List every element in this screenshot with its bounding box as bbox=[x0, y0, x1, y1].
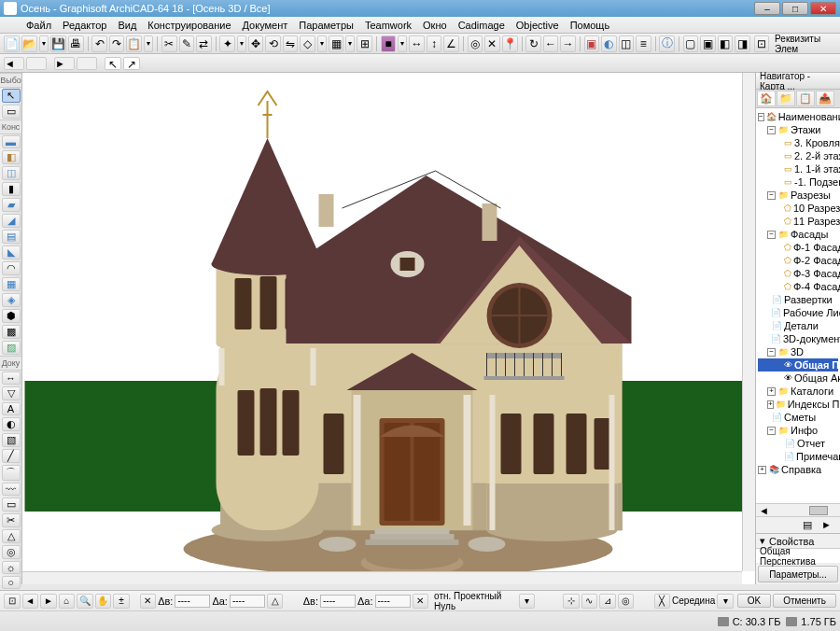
target-button[interactable]: ◎ bbox=[468, 35, 483, 52]
grid-dropdown[interactable]: ▾ bbox=[345, 35, 355, 52]
cancel-button[interactable]: Отменить bbox=[773, 594, 836, 608]
wand-dropdown[interactable]: ▾ bbox=[237, 35, 246, 52]
pin-button[interactable]: 📍 bbox=[502, 35, 518, 52]
menu-design[interactable]: Конструирование bbox=[142, 20, 236, 31]
sb-pan[interactable]: ✋ bbox=[95, 594, 112, 609]
save-button[interactable]: 💾 bbox=[50, 35, 66, 52]
tab-layouts[interactable]: 📋 bbox=[796, 91, 815, 106]
view3d-button[interactable]: ◐ bbox=[601, 35, 616, 52]
info-button[interactable]: ⓘ bbox=[659, 35, 674, 52]
sb-zoom-prev[interactable]: ◄ bbox=[22, 594, 39, 609]
sb-snap1[interactable]: ⊹ bbox=[563, 594, 580, 609]
navigator-tree[interactable]: −🏠Наименование проект −📁Этажи ▭3. Кровля… bbox=[756, 108, 840, 503]
cross-button[interactable]: ✕ bbox=[484, 35, 499, 52]
color-dropdown[interactable]: ▾ bbox=[398, 35, 407, 52]
nav-btn-2[interactable]: ► bbox=[821, 519, 838, 532]
panel3-button[interactable]: ◧ bbox=[718, 35, 733, 52]
column-tool[interactable]: ▮ bbox=[2, 182, 21, 196]
new-button[interactable]: 📄 bbox=[4, 35, 20, 52]
change-tool[interactable]: ○ bbox=[2, 576, 21, 589]
panel2-button[interactable]: ▣ bbox=[700, 35, 715, 52]
grid-button[interactable]: ▦ bbox=[329, 35, 343, 52]
nav-btn-1[interactable]: ▤ bbox=[803, 519, 819, 532]
coord-dv2[interactable] bbox=[320, 595, 356, 608]
mirror-button[interactable]: ⇋ bbox=[283, 35, 298, 52]
arrow-tool[interactable]: ↖ bbox=[2, 89, 21, 103]
menu-file[interactable]: Файл bbox=[21, 20, 57, 31]
sb-lock[interactable]: △ bbox=[267, 594, 284, 609]
ok-button[interactable]: OK bbox=[737, 594, 771, 608]
tab-views[interactable]: 📁 bbox=[777, 91, 795, 106]
menu-edit[interactable]: Редактор bbox=[57, 20, 112, 31]
menu-help[interactable]: Помощь bbox=[565, 20, 616, 31]
info-slot1[interactable] bbox=[26, 57, 47, 70]
viewport-3d[interactable] bbox=[22, 73, 756, 584]
dim2-button[interactable]: ↕ bbox=[427, 35, 441, 52]
info-slot2[interactable] bbox=[77, 57, 97, 70]
coord-dv[interactable] bbox=[175, 595, 210, 608]
sb-zoom-fit[interactable]: ⊡ bbox=[4, 594, 21, 609]
dimension-tool[interactable]: ↔ bbox=[2, 372, 21, 385]
paste-dropdown[interactable]: ▾ bbox=[144, 35, 153, 52]
slab-tool[interactable]: ◢ bbox=[2, 214, 21, 228]
panel1-button[interactable]: ▢ bbox=[683, 35, 698, 52]
redo-button[interactable]: ↷ bbox=[109, 35, 124, 52]
rotate-button[interactable]: ⟲ bbox=[265, 35, 280, 52]
beam-tool[interactable]: ▰ bbox=[2, 198, 21, 212]
menu-window[interactable]: Окно bbox=[417, 20, 453, 31]
align-button[interactable]: ⊞ bbox=[357, 35, 371, 52]
fill-tool[interactable]: ▧ bbox=[2, 433, 21, 447]
params-button[interactable]: Параметры... bbox=[758, 566, 838, 582]
scrollbar-vertical[interactable] bbox=[742, 73, 755, 571]
tab-project[interactable]: 🏠 bbox=[757, 91, 776, 106]
wall-tool[interactable]: ▬ bbox=[2, 135, 21, 148]
info-pointer-icon[interactable]: ↗ bbox=[123, 57, 140, 70]
color-button[interactable]: ■ bbox=[381, 35, 396, 52]
snap-dropdown[interactable]: ▾ bbox=[317, 35, 327, 52]
angle-button[interactable]: ∠ bbox=[443, 35, 458, 52]
dim-button[interactable]: ↔ bbox=[409, 35, 424, 52]
info-arrow-icon[interactable]: ↖ bbox=[105, 57, 121, 70]
sb-snap3[interactable]: ⊿ bbox=[599, 594, 616, 609]
info-prev[interactable]: ◄ bbox=[4, 57, 24, 70]
window-tool[interactable]: ◫ bbox=[2, 166, 21, 180]
tree-scroll[interactable]: ◄ bbox=[756, 503, 840, 516]
panel4-button[interactable]: ◨ bbox=[735, 35, 749, 52]
marquee-tool[interactable]: ▭ bbox=[2, 105, 21, 119]
mesh-tool[interactable]: ▨ bbox=[2, 341, 21, 355]
sb-dd[interactable]: ▾ bbox=[519, 594, 536, 609]
undo-button[interactable]: ↶ bbox=[91, 35, 106, 52]
stair-tool[interactable]: ▤ bbox=[2, 230, 21, 244]
menu-teamwork[interactable]: Teamwork bbox=[359, 20, 417, 31]
zone-tool[interactable]: ▩ bbox=[2, 325, 21, 339]
minimize-button[interactable]: – bbox=[754, 2, 780, 15]
menu-cadimage[interactable]: Cadimage bbox=[453, 20, 511, 31]
print-button[interactable]: 🖶 bbox=[68, 35, 83, 52]
level-tool[interactable]: ▽ bbox=[2, 386, 21, 400]
worksheet-tool[interactable]: ☼ bbox=[2, 561, 21, 574]
move-button[interactable]: ✥ bbox=[248, 35, 263, 52]
morph-tool[interactable]: ◈ bbox=[2, 293, 21, 307]
cube-button[interactable]: ◫ bbox=[619, 35, 634, 52]
snap-button[interactable]: ◇ bbox=[300, 35, 315, 52]
forward-button[interactable]: → bbox=[560, 35, 575, 52]
text-tool[interactable]: A bbox=[2, 402, 21, 415]
link-button[interactable]: ⇄ bbox=[196, 35, 211, 52]
sb-home[interactable]: ⌂ bbox=[59, 594, 76, 609]
sb-mid-dd[interactable]: ▾ bbox=[717, 594, 734, 609]
sb-snap2[interactable]: ∿ bbox=[581, 594, 598, 609]
refresh-button[interactable]: ↻ bbox=[525, 35, 540, 52]
detail-tool[interactable]: ◎ bbox=[2, 545, 21, 559]
render-button[interactable]: ▣ bbox=[584, 35, 599, 52]
door-tool[interactable]: ◧ bbox=[2, 150, 21, 164]
object-tool[interactable]: ⬢ bbox=[2, 309, 21, 323]
copy-button[interactable]: 📋 bbox=[126, 35, 142, 52]
info-next[interactable]: ► bbox=[54, 57, 75, 70]
menu-view[interactable]: Вид bbox=[112, 20, 142, 31]
menu-document[interactable]: Документ bbox=[237, 20, 294, 31]
close-button[interactable]: ✕ bbox=[810, 2, 836, 15]
edit-button[interactable]: ✎ bbox=[179, 35, 194, 52]
sb-zoom-next[interactable]: ► bbox=[40, 594, 57, 609]
elevation-tool[interactable]: △ bbox=[2, 529, 21, 543]
sb-guide[interactable]: ✕ bbox=[413, 594, 429, 609]
